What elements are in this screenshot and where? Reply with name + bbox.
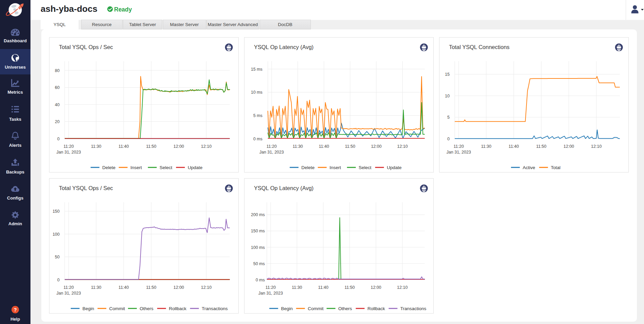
svg-text:12:10: 12:10 xyxy=(591,144,602,149)
svg-text:Dashboard: Dashboard xyxy=(4,38,27,43)
svg-text:Jan 31, 2023: Jan 31, 2023 xyxy=(447,150,471,155)
svg-text:150 ms: 150 ms xyxy=(251,229,265,233)
svg-text:11:40: 11:40 xyxy=(119,144,129,149)
svg-text:11:30: 11:30 xyxy=(292,285,302,290)
svg-text:Tasks: Tasks xyxy=(9,117,21,122)
svg-text:40: 40 xyxy=(55,102,60,107)
svg-text:YSQL Op Latency (Avg): YSQL Op Latency (Avg) xyxy=(254,185,314,191)
svg-text:11:20: 11:20 xyxy=(64,285,74,290)
svg-text:Ready: Ready xyxy=(114,6,132,13)
svg-text:11:30: 11:30 xyxy=(91,144,101,149)
svg-text:12:10: 12:10 xyxy=(201,285,212,290)
svg-text:100: 100 xyxy=(52,232,60,237)
svg-text:Begin: Begin xyxy=(281,306,293,311)
svg-text:20: 20 xyxy=(55,119,60,124)
svg-text:Others: Others xyxy=(140,306,154,311)
svg-text:0: 0 xyxy=(57,137,60,141)
svg-text:11:40: 11:40 xyxy=(119,285,129,290)
svg-text:0: 0 xyxy=(447,137,450,141)
svg-text:Help: Help xyxy=(10,317,20,322)
svg-text:Delete: Delete xyxy=(301,165,315,170)
svg-text:100 ms: 100 ms xyxy=(251,245,265,250)
svg-text:Transactions: Transactions xyxy=(202,306,228,311)
svg-text:0 ms: 0 ms xyxy=(256,278,265,282)
svg-text:10: 10 xyxy=(445,94,450,98)
svg-text:Update: Update xyxy=(188,165,202,170)
svg-text:Others: Others xyxy=(338,306,352,311)
svg-text:YSQL Op Latency (Avg): YSQL Op Latency (Avg) xyxy=(254,44,314,50)
svg-text:Delete: Delete xyxy=(102,165,115,170)
svg-text:Total YSQL Ops / Sec: Total YSQL Ops / Sec xyxy=(59,185,113,191)
svg-text:12:10: 12:10 xyxy=(397,144,408,149)
svg-text:50: 50 xyxy=(55,255,60,259)
svg-text:12:00: 12:00 xyxy=(371,144,382,149)
svg-text:11:30: 11:30 xyxy=(91,285,101,290)
svg-text:15 ms: 15 ms xyxy=(251,67,262,72)
svg-text:12:10: 12:10 xyxy=(201,144,212,149)
svg-text:5 ms: 5 ms xyxy=(253,113,262,118)
svg-text:150: 150 xyxy=(52,209,60,214)
svg-text:Alerts: Alerts xyxy=(9,143,22,148)
svg-text:Total YSQL Connections: Total YSQL Connections xyxy=(449,44,510,50)
svg-text:11:50: 11:50 xyxy=(146,285,156,290)
svg-text:Total: Total xyxy=(551,165,561,170)
svg-text:Rollback: Rollback xyxy=(367,306,385,311)
svg-text:Jan 31, 2023: Jan 31, 2023 xyxy=(57,291,81,296)
svg-text:0: 0 xyxy=(57,278,60,282)
svg-text:12:10: 12:10 xyxy=(397,285,408,290)
svg-text:Active: Active xyxy=(523,165,535,170)
svg-text:11:30: 11:30 xyxy=(481,144,491,149)
svg-text:11:20: 11:20 xyxy=(64,144,74,149)
svg-text:5: 5 xyxy=(447,115,450,120)
svg-text:Rollback: Rollback xyxy=(169,306,187,311)
svg-text:Select: Select xyxy=(359,165,371,170)
svg-text:11:20: 11:20 xyxy=(454,144,464,149)
svg-text:Total YSQL Ops / Sec: Total YSQL Ops / Sec xyxy=(59,44,113,50)
svg-text:11:50: 11:50 xyxy=(344,285,355,290)
svg-text:15: 15 xyxy=(445,72,450,77)
svg-text:11:30: 11:30 xyxy=(293,144,303,149)
svg-text:?: ? xyxy=(14,307,17,313)
svg-text:10 ms: 10 ms xyxy=(251,90,262,95)
svg-text:0 ms: 0 ms xyxy=(253,137,262,141)
svg-text:12:00: 12:00 xyxy=(371,285,381,290)
svg-text:Backups: Backups xyxy=(6,169,24,175)
svg-text:11:40: 11:40 xyxy=(509,144,519,149)
svg-text:Universes: Universes xyxy=(5,65,26,70)
svg-text:Transactions: Transactions xyxy=(400,306,426,311)
svg-text:11:20: 11:20 xyxy=(266,144,277,149)
svg-text:80: 80 xyxy=(55,68,60,73)
svg-text:11:40: 11:40 xyxy=(319,144,329,149)
svg-text:50 ms: 50 ms xyxy=(253,261,265,266)
svg-text:60: 60 xyxy=(55,85,60,90)
svg-text:12:00: 12:00 xyxy=(173,144,184,149)
svg-text:Select: Select xyxy=(159,165,172,170)
svg-text:Insert: Insert xyxy=(329,165,341,170)
svg-text:200 ms: 200 ms xyxy=(251,212,265,217)
svg-text:Jan 31, 2023: Jan 31, 2023 xyxy=(57,150,81,155)
svg-text:Begin: Begin xyxy=(82,306,94,311)
svg-text:11:50: 11:50 xyxy=(146,144,156,149)
svg-text:12:00: 12:00 xyxy=(173,285,184,290)
svg-text:Insert: Insert xyxy=(130,165,142,170)
svg-text:Jan 31, 2023: Jan 31, 2023 xyxy=(259,150,284,155)
svg-text:Update: Update xyxy=(387,165,402,170)
svg-text:11:50: 11:50 xyxy=(345,144,355,149)
svg-text:11:40: 11:40 xyxy=(318,285,328,290)
svg-text:Admin: Admin xyxy=(8,221,22,226)
svg-text:11:20: 11:20 xyxy=(265,285,276,290)
svg-text:Metrics: Metrics xyxy=(7,90,23,95)
svg-text:Commit: Commit xyxy=(109,306,125,311)
svg-text:Jan 31, 2023: Jan 31, 2023 xyxy=(258,291,283,296)
svg-text:Configs: Configs xyxy=(7,195,23,201)
svg-text:Commit: Commit xyxy=(308,306,324,311)
svg-text:11:50: 11:50 xyxy=(536,144,546,149)
svg-text:12:00: 12:00 xyxy=(563,144,574,149)
